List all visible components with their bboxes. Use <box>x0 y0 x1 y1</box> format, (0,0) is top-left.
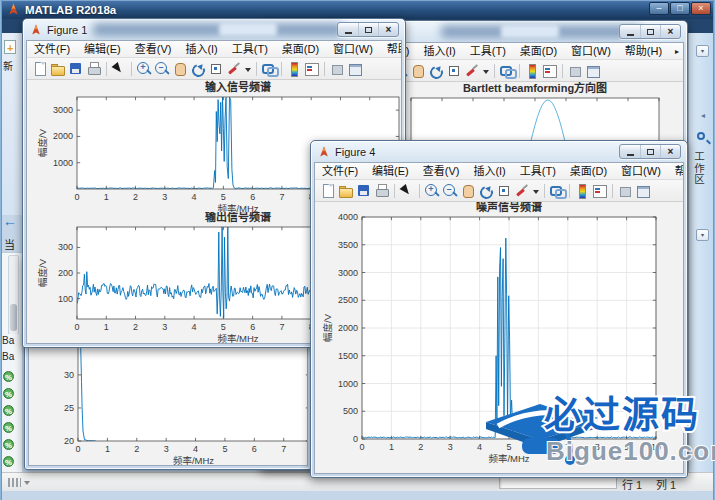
menu-item-6[interactable]: 窗口(W) <box>564 43 618 60</box>
status-dropdown-caret[interactable] <box>24 481 30 488</box>
main-minimize-button[interactable]: – <box>649 2 669 15</box>
menu-item-7[interactable]: 帮助(H) <box>380 41 401 58</box>
close-button[interactable]: × <box>660 145 680 158</box>
insert-legend-icon[interactable] <box>304 61 320 77</box>
menu-overflow-icon[interactable]: ▸ <box>675 47 679 56</box>
menu-item-4[interactable]: 工具(T) <box>513 163 563 180</box>
brush-dropdown-caret[interactable] <box>482 63 490 79</box>
menu-item-5[interactable]: 桌面(D) <box>275 41 326 58</box>
pan-hand-icon[interactable] <box>172 61 188 77</box>
menu-item-2[interactable]: 查看(V) <box>416 163 467 180</box>
menu-item-4[interactable]: 工具(T) <box>225 41 275 58</box>
file-item[interactable]: Ba <box>0 334 22 350</box>
dock-figure-icon[interactable] <box>635 183 651 199</box>
dock-figure-icon[interactable] <box>347 61 363 77</box>
rotate-3d-icon[interactable] <box>190 61 206 77</box>
menu-item-1[interactable]: 编辑(E) <box>365 163 416 180</box>
data-cursor-icon[interactable] <box>446 63 462 79</box>
print-figure-icon[interactable] <box>86 61 102 77</box>
file-item[interactable]: Ba <box>0 350 22 366</box>
brush-icon[interactable] <box>226 61 242 77</box>
edit-plot-pointer-icon[interactable] <box>399 183 415 199</box>
menu-item-0[interactable]: 文件(F) <box>27 41 77 58</box>
maximize-button[interactable] <box>358 23 378 36</box>
scrollbar-thumb[interactable] <box>10 304 17 331</box>
open-file-icon[interactable] <box>338 183 354 199</box>
menu-item-5[interactable]: 桌面(D) <box>513 43 564 60</box>
open-file-icon[interactable] <box>50 61 66 77</box>
menu-item-3[interactable]: 插入(I) <box>178 41 224 58</box>
back-navigation-icon[interactable]: ← <box>3 213 17 229</box>
save-figure-icon[interactable] <box>68 61 84 77</box>
link-plot-icon[interactable] <box>261 61 277 77</box>
insert-colorbar-icon[interactable] <box>286 61 302 77</box>
pan-hand-icon[interactable] <box>410 63 426 79</box>
main-close-button[interactable]: × <box>691 2 711 15</box>
rotate-3d-icon[interactable] <box>478 183 494 199</box>
workspace-tab[interactable]: 工作区 <box>692 151 707 186</box>
zoom-out-icon[interactable] <box>442 183 458 199</box>
figure-titlebar[interactable]: Figure 4 × <box>311 141 687 162</box>
print-figure-icon[interactable] <box>374 183 390 199</box>
data-cursor-icon[interactable] <box>208 61 224 77</box>
menu-item-6[interactable]: 窗口(W) <box>326 41 380 58</box>
minimize-button[interactable] <box>620 145 640 158</box>
menu-item-3[interactable]: 插入(I) <box>416 43 462 60</box>
brush-dropdown-caret[interactable] <box>532 183 540 199</box>
dock-minimize-icon[interactable] <box>567 63 583 79</box>
minimize-button[interactable] <box>620 25 640 38</box>
main-maximize-button[interactable]: □ <box>670 2 690 15</box>
maximize-button[interactable] <box>640 145 660 158</box>
brush-dropdown-caret[interactable] <box>244 61 252 77</box>
figure4-window[interactable]: Figure 4 × 文件(F)编辑(E)查看(V)插入(I)工具(T)桌面(D… <box>310 140 688 478</box>
link-plot-icon[interactable] <box>499 63 515 79</box>
dock-minimize-icon[interactable] <box>617 183 633 199</box>
menu-item-2[interactable]: 查看(V) <box>128 41 179 58</box>
rotate-3d-icon[interactable] <box>428 63 444 79</box>
panel-pin-icon[interactable]: ▾ <box>696 229 709 241</box>
figure-titlebar[interactable]: Figure 1 × <box>23 19 405 40</box>
maximize-button[interactable] <box>640 25 660 38</box>
menu-item-0[interactable]: 文件(F) <box>315 163 365 180</box>
close-button[interactable]: × <box>378 23 398 36</box>
main-titlebar[interactable]: MATLAB R2018a – □ × <box>0 0 715 19</box>
insert-colorbar-icon[interactable] <box>574 183 590 199</box>
pan-hand-icon[interactable] <box>460 183 476 199</box>
search-icon[interactable] <box>697 132 705 140</box>
insert-colorbar-icon[interactable] <box>524 63 540 79</box>
collapse-panel-icon[interactable]: ◂ <box>701 111 705 120</box>
zoom-out-icon[interactable] <box>154 61 170 77</box>
menu-item-6[interactable]: 窗口(W) <box>614 163 668 180</box>
data-cursor-icon[interactable] <box>496 183 512 199</box>
menu-item-7[interactable]: 帮助(H) <box>618 43 669 60</box>
save-figure-icon[interactable] <box>356 183 372 199</box>
folder-file-item[interactable]: % <box>0 417 22 434</box>
folder-scrollbar[interactable] <box>8 255 19 341</box>
new-figure-icon[interactable] <box>32 61 48 77</box>
panel-pin-icon[interactable]: ▾ <box>696 45 709 57</box>
edit-plot-pointer-icon[interactable] <box>111 61 127 77</box>
minimize-button[interactable] <box>338 23 358 36</box>
insert-legend-icon[interactable] <box>592 183 608 199</box>
menu-item-4[interactable]: 工具(T) <box>463 43 513 60</box>
folder-file-item[interactable]: % <box>0 451 22 468</box>
new-script-icon[interactable] <box>4 40 16 54</box>
folder-file-item[interactable]: % <box>0 366 22 383</box>
zoom-in-icon[interactable] <box>136 61 152 77</box>
dock-minimize-icon[interactable] <box>329 61 345 77</box>
insert-legend-icon[interactable] <box>542 63 558 79</box>
close-button[interactable]: × <box>660 25 680 38</box>
link-plot-icon[interactable] <box>549 183 565 199</box>
brush-icon[interactable] <box>464 63 480 79</box>
menu-item-1[interactable]: 编辑(E) <box>77 41 128 58</box>
brush-icon[interactable] <box>514 183 530 199</box>
folder-file-item[interactable]: % <box>0 383 22 400</box>
menu-item-3[interactable]: 插入(I) <box>466 163 512 180</box>
menu-item-7[interactable]: 帮助(H) <box>668 163 683 180</box>
folder-file-item[interactable]: % <box>0 434 22 451</box>
menu-item-5[interactable]: 桌面(D) <box>563 163 614 180</box>
zoom-in-icon[interactable] <box>424 183 440 199</box>
dock-figure-icon[interactable] <box>585 63 601 79</box>
new-figure-icon[interactable] <box>320 183 336 199</box>
folder-file-item[interactable]: % <box>0 400 22 417</box>
